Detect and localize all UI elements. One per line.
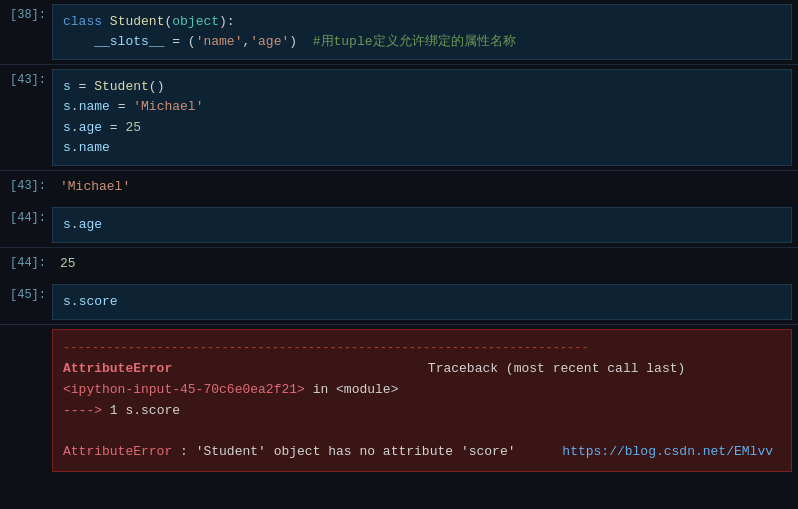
base-class: object bbox=[172, 14, 219, 29]
cell-45-label: [45]: bbox=[0, 280, 52, 324]
cell-43-label: [43]: bbox=[0, 65, 52, 170]
cell-43-line-3: s.age = 25 bbox=[63, 118, 781, 138]
error-dashes: ----------------------------------------… bbox=[63, 338, 781, 359]
cell-44-line-1: s.age bbox=[63, 215, 781, 235]
cell-43-output-label: [43]: bbox=[0, 171, 52, 203]
cell-38: [38]: class Student(object): __slots__ =… bbox=[0, 0, 798, 65]
cell-45-line-1: s.score bbox=[63, 292, 781, 312]
cell-38-label: [38]: bbox=[0, 0, 52, 64]
cell-44-output-label: [44]: bbox=[0, 248, 52, 280]
error-header: AttributeError Traceback (most recent ca… bbox=[63, 359, 781, 380]
error-location: <ipython-input-45-70c6e0ea2f21> in <modu… bbox=[63, 380, 781, 401]
error-message: AttributeError : 'Student' object has no… bbox=[63, 442, 781, 463]
cell-45-error-content: ----------------------------------------… bbox=[52, 329, 792, 472]
cell-44-input: [44]: s.age bbox=[0, 203, 798, 248]
cell-44-content[interactable]: s.age bbox=[52, 207, 792, 243]
cell-38-line-1: class Student(object): bbox=[63, 12, 781, 32]
cell-43-line-1: s = Student() bbox=[63, 77, 781, 97]
cell-43-output: [43]: 'Michael' bbox=[0, 171, 798, 203]
cell-43-output-value: 'Michael' bbox=[52, 171, 798, 203]
cell-38-content[interactable]: class Student(object): __slots__ = ('nam… bbox=[52, 4, 792, 60]
cell-44-label: [44]: bbox=[0, 203, 52, 247]
cell-45-error-label bbox=[0, 325, 52, 476]
notebook: [38]: class Student(object): __slots__ =… bbox=[0, 0, 798, 509]
cell-43-line-2: s.name = 'Michael' bbox=[63, 97, 781, 117]
comment-slots: #用tuple定义允许绑定的属性名称 bbox=[313, 34, 516, 49]
cell-43-content[interactable]: s = Student() s.name = 'Michael' s.age =… bbox=[52, 69, 792, 166]
cell-45-input: [45]: s.score bbox=[0, 280, 798, 325]
cell-44-output: [44]: 25 bbox=[0, 248, 798, 280]
cell-44-output-value: 25 bbox=[52, 248, 798, 280]
error-arrow-line: ----> 1 s.score bbox=[63, 401, 781, 422]
classname-student: Student bbox=[110, 14, 165, 29]
cell-45-content[interactable]: s.score bbox=[52, 284, 792, 320]
cell-43-line-4: s.name bbox=[63, 138, 781, 158]
slots-attr: __slots__ bbox=[63, 34, 164, 49]
keyword-class: class bbox=[63, 14, 102, 29]
error-blank bbox=[63, 422, 781, 443]
cell-45-error: ----------------------------------------… bbox=[0, 325, 798, 476]
cell-38-line-2: __slots__ = ('name','age') #用tuple定义允许绑定… bbox=[63, 32, 781, 52]
cell-43-input: [43]: s = Student() s.name = 'Michael' s… bbox=[0, 65, 798, 171]
